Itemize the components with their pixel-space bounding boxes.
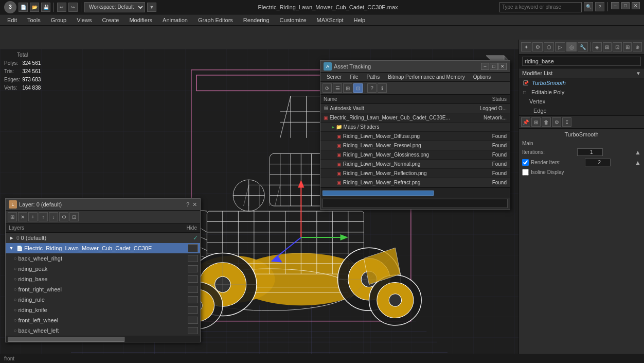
list-item[interactable]: ○ riding_knife bbox=[6, 305, 200, 315]
maximize-button[interactable]: □ bbox=[621, 2, 630, 9]
close-button[interactable]: ✕ bbox=[632, 2, 640, 9]
layer-move-up-icon[interactable]: ↑ bbox=[39, 212, 48, 221]
search-icon[interactable]: 🔍 bbox=[584, 2, 593, 11]
asset-menu-file[interactable]: File bbox=[346, 74, 362, 80]
modify-icon[interactable]: ⚙ bbox=[532, 42, 543, 51]
remove-modifier-button[interactable]: 🗑 bbox=[542, 117, 551, 127]
list-item[interactable]: ▣ Riding_Lawn_Mower_Glossiness.png Found bbox=[320, 150, 510, 160]
layer-panel-help[interactable]: ? bbox=[186, 201, 189, 208]
render-iters-input[interactable] bbox=[585, 159, 611, 166]
extra-icon-2[interactable]: ⊞ bbox=[603, 42, 612, 51]
menu-maxscript[interactable]: MAXScript bbox=[312, 14, 349, 26]
open-icon[interactable]: 📂 bbox=[30, 3, 39, 12]
list-item[interactable]: ▼ 📄 Electric_Riding_Lawn_Mower_Cub_Cadet… bbox=[6, 243, 200, 253]
asset-menu-paths[interactable]: Paths bbox=[363, 74, 384, 80]
layer-scrollbar[interactable] bbox=[6, 336, 200, 342]
modifier-list-dropdown[interactable]: Modifier List ▼ bbox=[519, 68, 644, 78]
menu-help[interactable]: Help bbox=[349, 14, 371, 26]
menu-tools[interactable]: Tools bbox=[22, 14, 46, 26]
list-item[interactable]: ▣ Riding_Lawn_Mower_Refract.png Found bbox=[320, 178, 510, 187]
extra-icon-3[interactable]: ⊡ bbox=[613, 42, 622, 51]
pin-stack-button[interactable]: 📌 bbox=[521, 117, 530, 127]
layer-add-icon[interactable]: + bbox=[28, 212, 38, 221]
extra-icon-1[interactable]: ◈ bbox=[593, 42, 602, 51]
help-icon[interactable]: ? bbox=[595, 2, 604, 11]
asset-refresh-icon[interactable]: ⟳ bbox=[323, 83, 332, 93]
list-item[interactable]: 🏛 Autodesk Vault Logged O... bbox=[320, 104, 510, 113]
menu-graph-editors[interactable]: Graph Editors bbox=[193, 14, 238, 26]
modifier-edge[interactable]: Edge bbox=[519, 106, 644, 115]
undo-icon[interactable]: ↩ bbox=[57, 3, 66, 12]
extra-icon-4[interactable]: ⊞ bbox=[623, 42, 632, 51]
hierarchy-icon[interactable]: ⬡ bbox=[544, 42, 554, 51]
asset-menu-server[interactable]: Server bbox=[323, 74, 346, 80]
menu-modifiers[interactable]: Modifiers bbox=[124, 14, 157, 26]
asset-menu-options[interactable]: Options bbox=[469, 74, 495, 80]
modifier-turbosmooth[interactable]: 📌 TurboSmooth bbox=[519, 78, 644, 88]
layer-expand-icon[interactable]: ⊡ bbox=[69, 212, 79, 221]
search-input[interactable] bbox=[499, 2, 582, 12]
make-unique-button[interactable]: ⊞ bbox=[531, 117, 541, 127]
render-iters-up[interactable]: ▲ bbox=[635, 159, 641, 166]
layer-scroll-thumb[interactable] bbox=[8, 337, 124, 342]
list-item[interactable]: ▣ Riding_Lawn_Mower_Reflection.png Found bbox=[320, 169, 510, 178]
list-item[interactable]: ▣ Riding_Lawn_Mower_Diffuse.png Found bbox=[320, 132, 510, 141]
list-item[interactable]: ▣ Riding_Lawn_Mower_Normal.png Found bbox=[320, 160, 510, 169]
asset-maximize-button[interactable]: □ bbox=[490, 63, 498, 70]
list-item[interactable]: ○ riding_base bbox=[6, 274, 200, 284]
new-icon[interactable]: 📄 bbox=[19, 3, 28, 12]
minimize-button[interactable]: – bbox=[611, 2, 619, 9]
create-icon[interactable]: ✦ bbox=[521, 42, 531, 51]
save-icon[interactable]: 💾 bbox=[41, 3, 50, 12]
layer-delete-icon[interactable]: ✕ bbox=[18, 212, 27, 221]
iterations-row: Iterations: ▲ bbox=[522, 147, 641, 157]
asset-grid-icon[interactable]: ⊞ bbox=[343, 83, 352, 93]
object-name-input[interactable] bbox=[522, 57, 641, 66]
list-item[interactable]: ▣ Electric_Riding_Lawn_Mower_Cub_Cadet_C… bbox=[320, 113, 510, 123]
asset-close-button[interactable]: ✕ bbox=[498, 63, 507, 70]
list-item[interactable]: ○ front_right_wheel bbox=[6, 284, 200, 295]
menu-rendering[interactable]: Rendering bbox=[238, 14, 275, 26]
iterations-up[interactable]: ▲ bbox=[635, 149, 641, 156]
asset-help-icon[interactable]: ? bbox=[367, 83, 377, 93]
redo-icon[interactable]: ↪ bbox=[68, 3, 78, 12]
iterations-input[interactable] bbox=[577, 148, 603, 156]
menu-animation[interactable]: Animation bbox=[157, 14, 193, 26]
layer-settings-icon[interactable]: ⚙ bbox=[59, 212, 68, 221]
show-end-button[interactable]: ↧ bbox=[562, 117, 571, 127]
asset-info-icon[interactable]: ℹ bbox=[378, 83, 387, 93]
layer-move-down-icon[interactable]: ↓ bbox=[49, 212, 58, 221]
list-item[interactable]: ○ riding_rule bbox=[6, 295, 200, 305]
list-item[interactable]: ○ back_wheel_left bbox=[6, 325, 200, 336]
asset-detail-icon[interactable]: ⊡ bbox=[353, 83, 363, 93]
layer-all-icon[interactable]: ⊞ bbox=[8, 212, 17, 221]
utilities-icon[interactable]: 🔧 bbox=[578, 42, 588, 51]
workspace-select[interactable]: Workspace: DefaultWorkspace: Default bbox=[84, 2, 145, 12]
render-iters-checkbox[interactable] bbox=[522, 159, 529, 166]
asset-menu-bitmap[interactable]: Bitmap Performance and Memory bbox=[384, 74, 469, 80]
isoline-checkbox[interactable] bbox=[522, 169, 529, 176]
menu-create[interactable]: Create bbox=[97, 14, 124, 26]
list-item[interactable]: ○ riding_peak bbox=[6, 264, 200, 274]
menu-group[interactable]: Group bbox=[46, 14, 72, 26]
menu-customize[interactable]: Customize bbox=[275, 14, 312, 26]
layer-panel-close[interactable]: ✕ bbox=[192, 201, 197, 208]
modifier-editable-poly[interactable]: □ Editable Poly bbox=[519, 88, 644, 97]
motion-icon[interactable]: ▷ bbox=[555, 42, 565, 51]
asset-input-field[interactable] bbox=[323, 199, 508, 208]
list-item[interactable]: ▣ Riding_Lawn_Mower_Fresnel.png Found bbox=[320, 141, 510, 150]
menu-edit[interactable]: Edit bbox=[2, 14, 22, 26]
menu-views[interactable]: Views bbox=[71, 14, 97, 26]
workspace-expand-icon[interactable]: ▼ bbox=[147, 3, 156, 12]
extra-icon-5[interactable]: ⊕ bbox=[633, 42, 642, 51]
modifier-vertex[interactable]: Vertex bbox=[519, 97, 644, 106]
list-item[interactable]: ○ front_left_wheel bbox=[6, 315, 200, 325]
asset-list-icon[interactable]: ☰ bbox=[333, 83, 342, 93]
asset-minimize-button[interactable]: – bbox=[481, 63, 489, 70]
command-panel-icon-row: ✦ ⚙ ⬡ ▷ ◎ 🔧 bbox=[521, 41, 588, 53]
list-item[interactable]: ▸ 📁 Maps / Shaders bbox=[320, 123, 510, 132]
display-icon[interactable]: ◎ bbox=[566, 42, 577, 51]
list-item[interactable]: ▶ 0 0 (default) ✓ bbox=[6, 233, 200, 243]
configure-button[interactable]: ⚙ bbox=[552, 117, 561, 127]
list-item[interactable]: ○ back_wheel_rihgt bbox=[6, 253, 200, 264]
